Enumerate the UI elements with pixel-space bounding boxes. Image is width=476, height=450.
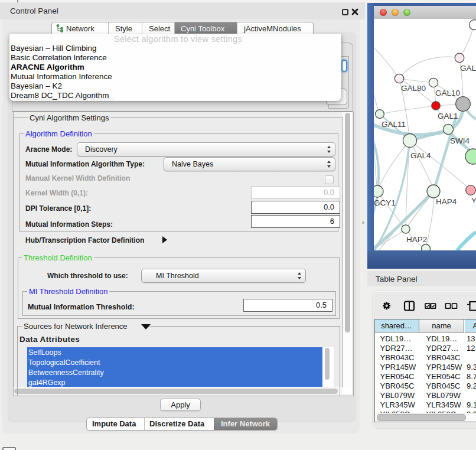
svg-text:GAL80: GAL80 [401, 84, 426, 93]
svg-text:GAL7: GAL7 [460, 64, 476, 73]
svg-text:GCY1: GCY1 [374, 198, 396, 207]
svg-text:SWI4: SWI4 [450, 136, 470, 145]
svg-text:GAL4: GAL4 [410, 151, 431, 160]
svg-text:HAP4: HAP4 [436, 197, 457, 206]
svg-text:GAL1: GAL1 [438, 112, 458, 120]
svg-text:HAP2: HAP2 [406, 235, 427, 244]
svg-text:YJ: YJ [471, 196, 476, 205]
svg-text:GAL10: GAL10 [435, 89, 460, 97]
svg-text:GAL11: GAL11 [382, 120, 406, 129]
